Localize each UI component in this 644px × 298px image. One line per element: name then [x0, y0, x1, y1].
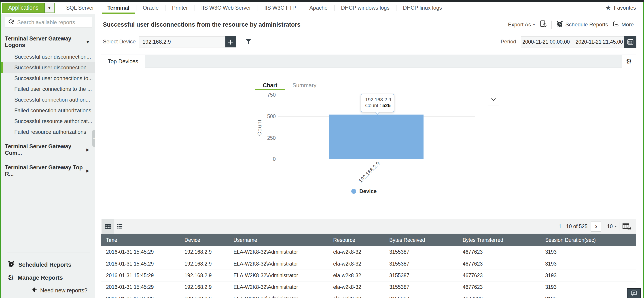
cell-session-duration: 3193: [540, 246, 636, 258]
group-label: Terminal Server Gateway Top R...: [5, 164, 86, 177]
manage-reports-link[interactable]: ⚙ Manage Reports: [1, 271, 95, 284]
chevron-right-icon: ▶: [86, 168, 89, 173]
column-header-bytes-received: Bytes Received: [384, 234, 458, 246]
manage-columns-button[interactable]: [622, 222, 631, 230]
list-view-button[interactable]: [114, 219, 126, 233]
tab-terminal[interactable]: Terminal: [100, 2, 136, 14]
need-new-reports-label: Need new reports?: [40, 287, 88, 294]
panel-settings-button[interactable]: ⚙: [622, 55, 636, 68]
tab-chart[interactable]: Chart: [263, 81, 277, 90]
applications-menu-button[interactable]: Applications ▼: [2, 3, 54, 13]
sidebar-collapse-handle[interactable]: ◂: [92, 130, 95, 147]
cell-resource: ela-w2k8-32: [328, 293, 384, 298]
tab-dhcp-windows-logs[interactable]: DHCP windows logs: [334, 2, 396, 14]
alarm-clock-icon: [556, 20, 563, 29]
report-header: Successful user disconnections from the …: [103, 14, 634, 35]
tab-iis-w3c-web-server[interactable]: IIS W3C Web Server: [194, 2, 258, 14]
cell-session-duration: 3193: [540, 293, 636, 298]
cell-device: 192.168.2.9: [180, 269, 228, 281]
table-view-button[interactable]: [102, 219, 114, 233]
divider: [241, 38, 241, 47]
select-device-label: Select Device: [103, 35, 136, 48]
chevron-down-icon: ▾: [615, 225, 616, 228]
tab-iis-w3c-ftp[interactable]: IIS W3C FTP: [258, 2, 302, 14]
tab-oracle[interactable]: Oracle: [136, 2, 166, 14]
legend-device[interactable]: Device: [351, 188, 376, 194]
cell-device: 192.168.2.9: [180, 293, 228, 298]
cell-time: 2016-01-31 15:45:29: [101, 246, 180, 258]
tab-dhcp-linux-logs[interactable]: DHCP linux logs: [396, 2, 448, 14]
chart-type-dropdown-button[interactable]: [488, 95, 499, 106]
group-label: Terminal Server Gateway Com...: [5, 143, 86, 156]
cell-resource: ela-w2k8-32: [328, 281, 384, 293]
add-device-button[interactable]: +: [226, 36, 236, 48]
report-actions: Export As ▾ Schedule Reports More: [508, 20, 634, 29]
favorites-button[interactable]: ★ Favorites: [605, 5, 636, 11]
table-row: 2016-01-31 15:45:29 192.168.2.9 ELA-W2K8…: [101, 269, 636, 281]
cell-resource: ela-w2k8-32: [328, 258, 384, 269]
cell-device: 192.168.2.9: [180, 258, 228, 269]
panel-tab-strip: Top Devices ⚙: [101, 55, 636, 68]
sidebar-item-successful-resource-auth[interactable]: Successful resource authorizat...: [1, 116, 95, 127]
export-history-button[interactable]: [539, 20, 547, 29]
report-search-box[interactable]: [5, 17, 92, 28]
cell-bytes-received: 3155387: [384, 281, 458, 293]
more-options-icon: [612, 21, 619, 29]
sidebar-group-terminal-server-gateway-com[interactable]: Terminal Server Gateway Com... ▶: [1, 137, 95, 158]
filter-icon[interactable]: [245, 38, 252, 46]
tab-printer[interactable]: Printer: [165, 2, 194, 14]
calendar-button[interactable]: [624, 36, 636, 48]
sidebar-item-failed-connection-auth[interactable]: Failed connection authorizations: [1, 105, 95, 116]
scheduled-reports-link[interactable]: Scheduled Reports: [1, 258, 95, 271]
next-page-button[interactable]: ›: [591, 221, 601, 231]
divider: [604, 221, 604, 231]
chevron-down-icon: ▼: [86, 40, 89, 44]
top-navigation-bar: Applications ▼ SQL Server Terminal Oracl…: [1, 2, 643, 14]
manage-reports-label: Manage Reports: [18, 274, 63, 281]
page-size-dropdown[interactable]: 10 ▾: [607, 223, 616, 229]
calendar-icon: [627, 38, 634, 46]
search-input[interactable]: [17, 19, 89, 26]
more-label: More: [622, 22, 634, 28]
scheduled-reports-label: Scheduled Reports: [18, 261, 71, 268]
sidebar-item-successful-user-disconnections-2[interactable]: Successful user disconnection...: [1, 62, 95, 73]
period-range-field[interactable]: 2000-11-21 00:00:00 2020-11-21 21:45:00: [521, 36, 624, 48]
sidebar-item-successful-user-connections[interactable]: Successful user connections to...: [1, 73, 95, 84]
column-header-username: Username: [228, 234, 328, 246]
bar-192-168-2-9[interactable]: [330, 115, 424, 159]
chart-panel-body: Chart Summary 750 500 250 0 192.168.2.9 …: [101, 68, 636, 211]
sidebar-group-terminal-server-gateway-top-r[interactable]: Terminal Server Gateway Top R... ▶: [1, 158, 95, 179]
sidebar-group-terminal-server-gateway-logons[interactable]: Terminal Server Gateway Logons ▼: [1, 30, 95, 51]
sidebar-item-successful-connection-auth[interactable]: Successful connection authori...: [1, 94, 95, 105]
chevron-down-icon: ▾: [533, 23, 535, 27]
sidebar-item-successful-user-disconnections-1[interactable]: Successful user disconnection...: [1, 52, 95, 62]
tab-sql-server[interactable]: SQL Server: [60, 2, 101, 14]
divider: [7, 252, 90, 253]
need-new-reports-link[interactable]: Need new reports?: [1, 284, 95, 297]
cell-bytes-transferred: 4677623: [458, 293, 540, 298]
tab-apache[interactable]: Apache: [303, 2, 334, 14]
report-data-table: Time Device Username Resource Bytes Rece…: [101, 234, 636, 298]
export-as-button[interactable]: Export As ▾: [508, 22, 535, 28]
cell-session-duration: 3193: [540, 281, 636, 293]
more-button[interactable]: More: [612, 21, 634, 29]
report-list: Successful user disconnection... Success…: [1, 52, 95, 137]
sidebar-item-failed-user-connections[interactable]: Failed user connections to the ...: [1, 84, 95, 94]
sidebar-item-failed-resource-auth[interactable]: Failed resource authorizations: [1, 127, 95, 137]
gridline-0: [278, 159, 475, 159]
table-row: 2016-01-31 15:45:29 192.168.2.9 ELA-W2K8…: [101, 246, 636, 258]
window-top-edge: [0, 0, 644, 2]
cell-device: 192.168.2.9: [180, 281, 228, 293]
cell-username: ELA-W2K8-32\Administrator: [228, 293, 328, 298]
device-input[interactable]: [139, 36, 226, 48]
divider: [552, 21, 552, 29]
chat-support-button[interactable]: [627, 288, 641, 298]
alarm-clock-icon: [8, 260, 15, 269]
window-left-edge: [0, 2, 1, 298]
chevron-down-icon: [491, 98, 496, 103]
schedule-reports-button[interactable]: Schedule Reports: [556, 20, 608, 29]
reports-sidebar: Terminal Server Gateway Logons ▼ Success…: [1, 14, 95, 298]
tab-summary[interactable]: Summary: [292, 81, 316, 90]
tab-top-devices[interactable]: Top Devices: [101, 55, 145, 68]
chevron-down-icon[interactable]: ▼: [44, 3, 54, 13]
